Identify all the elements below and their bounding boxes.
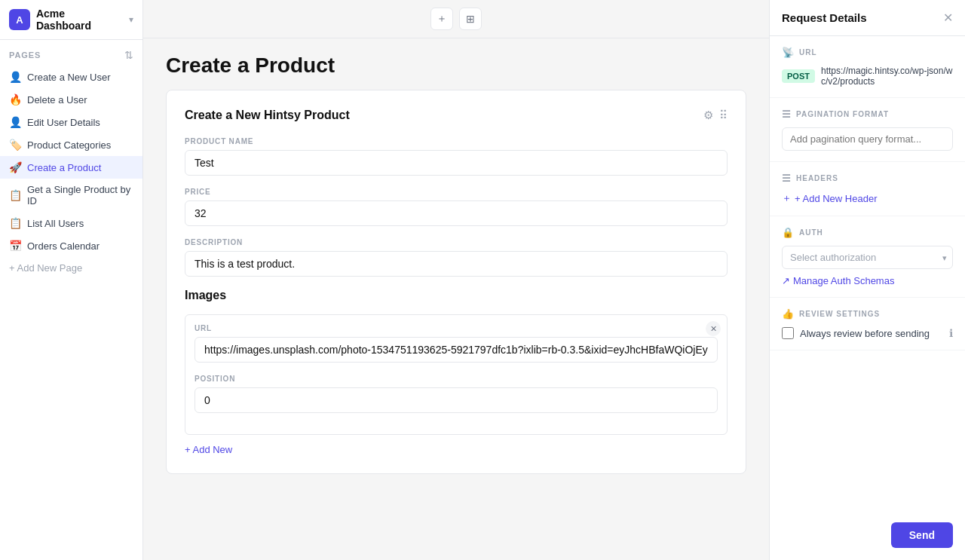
- sidebar-item-get-single-product[interactable]: 📋 Get a Single Product by ID: [0, 179, 142, 212]
- product-name-input[interactable]: [185, 150, 728, 176]
- description-label: DESCRIPTION: [185, 238, 728, 246]
- image-position-label: POSITION: [195, 375, 718, 383]
- sidebar-item-label: Edit User Details: [27, 117, 100, 128]
- sidebar-item-label: List All Users: [27, 218, 84, 229]
- form-card-actions: ⚙ ⠿: [703, 109, 728, 122]
- create-product-icon: 🚀: [9, 161, 21, 173]
- product-name-label: PRODUCT NAME: [185, 137, 728, 145]
- sidebar: A Acme Dashboard ▾ PAGES ⇅ 👤 Create a Ne…: [0, 0, 143, 560]
- url-row: POST https://magic.hintsy.co/wp-json/wc/…: [782, 66, 953, 87]
- sidebar-item-create-product[interactable]: 🚀 Create a Product: [0, 156, 142, 179]
- post-method-badge: POST: [782, 69, 815, 83]
- app-chevron-icon: ▾: [129, 14, 133, 25]
- app-title: Acme Dashboard: [36, 8, 123, 32]
- edit-user-icon: 👤: [9, 116, 21, 128]
- url-section: 📡 URL POST https://magic.hintsy.co/wp-js…: [770, 36, 965, 98]
- right-panel: Request Details ✕ 📡 URL POST https://mag…: [769, 0, 965, 560]
- info-icon[interactable]: ℹ: [949, 327, 953, 339]
- sort-icon[interactable]: ⇅: [124, 49, 133, 61]
- image-position-input[interactable]: [195, 387, 718, 413]
- image-item: ✕ URL POSITION: [185, 314, 728, 435]
- app-header[interactable]: A Acme Dashboard ▾: [0, 0, 142, 40]
- sidebar-item-product-categories[interactable]: 🏷️ Product Categories: [0, 133, 142, 156]
- lock-icon: 🔒: [782, 227, 795, 238]
- sidebar-item-label: Orders Calendar: [27, 240, 100, 252]
- nav-list: 👤 Create a New User 🔥 Delete a User 👤 Ed…: [0, 66, 142, 257]
- external-link-icon: ↗: [782, 275, 790, 286]
- description-field: DESCRIPTION: [185, 238, 728, 277]
- grid-icon[interactable]: ⊞: [459, 8, 482, 30]
- price-label: PRICE: [185, 188, 728, 196]
- main-content: ＋ ⊞ Create a Product Create a New Hintsy…: [143, 0, 769, 560]
- pages-header: PAGES ⇅: [0, 40, 142, 66]
- add-header-plus-icon: ＋: [782, 191, 792, 205]
- url-section-label: 📡 URL: [782, 47, 953, 58]
- add-new-image-button[interactable]: + Add New: [185, 444, 728, 455]
- sidebar-item-create-user[interactable]: 👤 Create a New User: [0, 66, 142, 88]
- url-value: https://magic.hintsy.co/wp-json/wc/v2/pr…: [821, 66, 953, 87]
- product-name-field: PRODUCT NAME: [185, 137, 728, 176]
- price-field: PRICE: [185, 188, 728, 226]
- add-new-page-button[interactable]: + Add New Page: [0, 257, 142, 279]
- pagination-icon: ☰: [782, 109, 792, 120]
- sidebar-item-label: Product Categories: [27, 139, 111, 151]
- form-card: Create a New Hintsy Product ⚙ ⠿ PRODUCT …: [166, 90, 746, 474]
- close-icon[interactable]: ✕: [943, 11, 953, 25]
- add-header-button[interactable]: ＋ + Add New Header: [782, 191, 953, 205]
- review-section: 👍 REVIEW SETTINGS Always review before s…: [770, 298, 965, 350]
- review-section-label: 👍 REVIEW SETTINGS: [782, 308, 953, 320]
- delete-user-icon: 🔥: [9, 93, 21, 106]
- sidebar-item-delete-user[interactable]: 🔥 Delete a User: [0, 88, 142, 111]
- sidebar-item-label: Create a Product: [27, 162, 101, 173]
- sidebar-item-label: Get a Single Product by ID: [27, 184, 133, 207]
- page-title: Create a Product: [166, 54, 746, 78]
- form-card-header: Create a New Hintsy Product ⚙ ⠿: [185, 109, 728, 122]
- orders-calendar-icon: 📅: [9, 240, 21, 252]
- content-area: Create a New Hintsy Product ⚙ ⠿ PRODUCT …: [143, 90, 769, 560]
- panel-title: Request Details: [782, 11, 867, 24]
- list-users-icon: 📋: [9, 217, 21, 229]
- image-url-field: URL: [195, 324, 718, 363]
- image-position-field: POSITION: [195, 375, 718, 413]
- review-checkbox[interactable]: [782, 327, 794, 339]
- description-input[interactable]: [185, 251, 728, 277]
- send-button-wrapper: Send: [770, 510, 965, 560]
- headers-section-label: ☰ HEADERS: [782, 173, 953, 184]
- manage-auth-link[interactable]: ↗ Manage Auth Schemas: [782, 275, 953, 286]
- auth-section: 🔒 AUTH Select authorization ▾ ↗ Manage A…: [770, 216, 965, 298]
- pages-label: PAGES: [9, 50, 41, 60]
- send-button[interactable]: Send: [891, 522, 953, 548]
- image-url-label: URL: [195, 324, 718, 332]
- sidebar-item-label: Create a New User: [27, 72, 111, 83]
- review-icon: 👍: [782, 308, 795, 320]
- pagination-input[interactable]: [782, 127, 953, 151]
- product-categories-icon: 🏷️: [9, 139, 21, 151]
- review-row: Always review before sending ℹ: [782, 327, 953, 339]
- panel-header: Request Details ✕: [770, 0, 965, 36]
- form-card-title: Create a New Hintsy Product: [185, 109, 350, 122]
- pagination-section-label: ☰ PAGINATION FORMAT: [782, 109, 953, 120]
- images-section-title: Images: [185, 289, 728, 302]
- top-bar: ＋ ⊞: [143, 0, 769, 38]
- headers-section: ☰ HEADERS ＋ + Add New Header: [770, 162, 965, 216]
- auth-select-wrapper: Select authorization ▾: [782, 246, 953, 269]
- top-bar-icons: ＋ ⊞: [430, 8, 482, 30]
- get-single-product-icon: 📋: [9, 189, 21, 201]
- plus-icon[interactable]: ＋: [430, 8, 453, 30]
- price-input[interactable]: [185, 200, 728, 226]
- sidebar-item-edit-user[interactable]: 👤 Edit User Details: [0, 111, 142, 133]
- auth-select[interactable]: Select authorization: [782, 246, 953, 269]
- panel-wrapper: Request Details ✕ 📡 URL POST https://mag…: [770, 0, 965, 560]
- url-icon: 📡: [782, 47, 795, 58]
- pagination-section: ☰ PAGINATION FORMAT: [770, 98, 965, 162]
- create-user-icon: 👤: [9, 71, 21, 83]
- app-logo: A: [9, 9, 30, 30]
- drag-handle-icon[interactable]: ⠿: [719, 109, 728, 122]
- image-url-input[interactable]: [195, 337, 718, 363]
- page-header: Create a Product: [143, 38, 769, 90]
- headers-icon: ☰: [782, 173, 792, 184]
- sidebar-item-orders-calendar[interactable]: 📅 Orders Calendar: [0, 234, 142, 257]
- image-close-button[interactable]: ✕: [706, 321, 721, 336]
- sidebar-item-list-users[interactable]: 📋 List All Users: [0, 212, 142, 234]
- settings-icon[interactable]: ⚙: [703, 109, 713, 122]
